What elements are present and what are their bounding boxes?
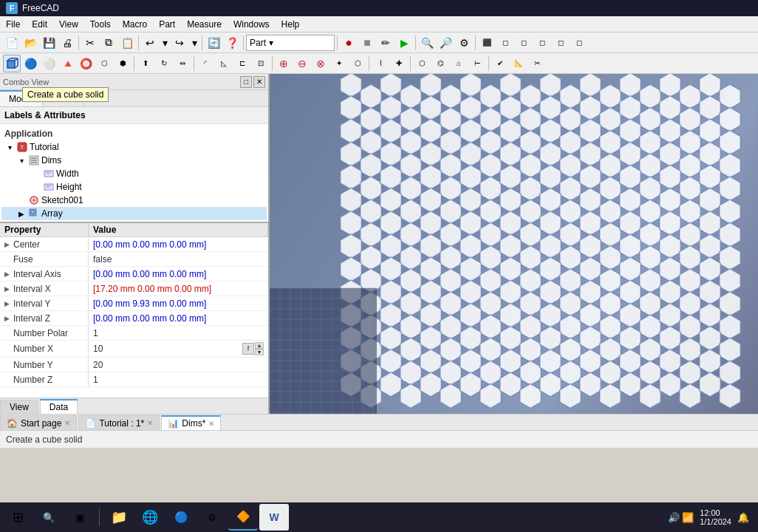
word-taskbar[interactable]: W (259, 504, 289, 531)
start-button[interactable]: ⊞ (3, 504, 33, 531)
zoom-out[interactable]: 🔎 (437, 34, 454, 52)
view-front[interactable]: ◻ (496, 34, 514, 52)
prop-row-fuse[interactable]: Fuse false (0, 252, 268, 267)
copy-button[interactable]: ⧉ (100, 34, 117, 52)
prop-value-interval-axis[interactable]: [0.00 mm 0.00 mm 0.00 mm] (89, 267, 268, 281)
macro-run[interactable]: ▶ (395, 34, 413, 52)
task-view-button[interactable]: ▣ (65, 504, 95, 531)
right-panel[interactable] (270, 74, 758, 414)
settings-button[interactable]: ⚙ (197, 504, 227, 531)
chrome-button[interactable]: 🔵 (166, 504, 196, 531)
tree-item-sketch001[interactable]: Sketch001 (1, 194, 267, 207)
menu-edit[interactable]: Edit (26, 16, 53, 32)
tab-dims-close[interactable]: ✕ (208, 420, 214, 428)
prism-button[interactable]: ⬢ (114, 55, 132, 72)
prop-value-number-z[interactable]: 1 (89, 372, 268, 386)
print-button[interactable]: 🖨 (58, 34, 76, 52)
menu-help[interactable]: Help (276, 16, 306, 32)
macro-edit[interactable]: ✏ (377, 34, 395, 52)
workbench-dropdown[interactable]: Part ▾ (246, 35, 335, 51)
save-button[interactable]: 💾 (40, 34, 58, 52)
offset-button[interactable]: ⊏ (233, 55, 251, 72)
undo-button[interactable]: ↩ (141, 34, 159, 52)
chamfer-button[interactable]: ◺ (215, 55, 233, 72)
fillet-button[interactable]: ◜ (197, 55, 214, 72)
boolean-cut[interactable]: ⊖ (293, 55, 311, 72)
check-geom[interactable]: ✔ (491, 55, 509, 72)
view-top[interactable]: ◻ (515, 34, 533, 52)
tree-item-height[interactable]: Height (1, 180, 267, 194)
prop-value-interval-y[interactable]: [0.00 mm 9.93 mm 0.00 mm] (89, 296, 268, 310)
prop-value-number-polar[interactable]: 1 (89, 326, 268, 340)
section-button[interactable]: ⌇ (372, 55, 389, 72)
tab-tutorial-close[interactable]: ✕ (147, 419, 153, 427)
prop-value-number-y[interactable]: 20 (89, 358, 268, 372)
prop-row-interval-axis[interactable]: ▶ Interval Axis [0.00 mm 0.00 mm 0.00 mm… (0, 267, 268, 282)
arrow-interval-axis[interactable]: ▶ (4, 270, 10, 278)
cone-button[interactable]: 🔺 (58, 55, 76, 72)
redo-button[interactable]: ↪ (171, 34, 188, 52)
tree-item-width[interactable]: Width (1, 167, 267, 180)
mirror-button[interactable]: ⇔ (174, 55, 191, 72)
sphere-button[interactable]: ⚪ (40, 55, 58, 72)
view-isometric[interactable]: ◻ (570, 34, 588, 52)
panel-restore-button[interactable]: □ (240, 76, 252, 88)
prop-row-number-y[interactable]: Number Y 20 (0, 358, 268, 372)
defeaturing[interactable]: ✂ (528, 55, 546, 72)
refresh-button[interactable]: 🔄 (205, 34, 222, 52)
revolve-button[interactable]: ↻ (155, 55, 173, 72)
join-connect[interactable]: ⌬ (431, 55, 449, 72)
arrow-interval-x[interactable]: ▶ (4, 285, 10, 293)
menu-macro[interactable]: Macro (117, 16, 153, 32)
spin-down[interactable]: ▼ (255, 349, 264, 355)
measure-linear[interactable]: 📐 (510, 55, 527, 72)
cube-button[interactable] (3, 55, 21, 72)
prop-tab-view[interactable]: View (0, 400, 38, 414)
formula-button[interactable]: f (242, 343, 254, 355)
prop-row-interval-x[interactable]: ▶ Interval X [17.20 mm 0.00 mm 0.00 mm] (0, 282, 268, 296)
tree-item-tutorial[interactable]: ▾ T Tutorial (1, 140, 267, 154)
file-explorer-button[interactable]: 📁 (104, 504, 134, 531)
undo-dropdown[interactable]: ▾ (160, 34, 170, 52)
compound-button[interactable]: ⬡ (349, 55, 366, 72)
extrude-button[interactable]: ⬆ (137, 55, 154, 72)
tree-item-dims[interactable]: ▾ Dims (1, 154, 267, 167)
tree-item-array[interactable]: ▶ Array (1, 207, 267, 220)
search-button[interactable]: 🔍 (34, 504, 64, 531)
view-perspective[interactable]: ◻ (552, 34, 570, 52)
tab-start-close[interactable]: ✕ (64, 419, 70, 427)
tab-model[interactable]: Model (0, 90, 43, 106)
boolean-ops[interactable]: ⬡ (413, 55, 431, 72)
thickness-button[interactable]: ⊡ (252, 55, 270, 72)
menu-view[interactable]: View (53, 16, 84, 32)
new-button[interactable]: 📄 (3, 34, 21, 52)
redo-dropdown[interactable]: ▾ (189, 34, 199, 52)
freecad-taskbar[interactable]: 🔶 (228, 504, 258, 531)
prop-value-interval-z[interactable]: [0.00 mm 0.00 mm 0.00 mm] (89, 311, 268, 325)
arrow-center[interactable]: ▶ (4, 241, 10, 248)
menu-file[interactable]: File (0, 16, 26, 32)
prop-tab-data[interactable]: Data (40, 399, 78, 414)
prop-row-interval-y[interactable]: ▶ Interval Y [0.00 mm 9.93 mm 0.00 mm] (0, 296, 268, 311)
open-button[interactable]: 📂 (21, 34, 39, 52)
prop-value-fuse[interactable]: false (89, 252, 268, 266)
menu-part[interactable]: Part (153, 16, 181, 32)
torus-button[interactable]: ⭕ (77, 55, 95, 72)
join-cut[interactable]: ⊢ (468, 55, 486, 72)
prop-value-interval-x[interactable]: [17.20 mm 0.00 mm 0.00 mm] (89, 282, 268, 296)
prop-row-number-x[interactable]: Number X 10 f ▲ ▼ (0, 341, 268, 358)
expand-array[interactable]: ▶ (16, 208, 27, 219)
menu-windows[interactable]: Windows (228, 16, 276, 32)
view-right[interactable]: ◻ (533, 34, 551, 52)
boolean-union[interactable]: ⊕ (275, 55, 293, 72)
tab-tutorial[interactable]: 📄 Tutorial : 1* ✕ (78, 415, 160, 430)
view-home[interactable]: ⬛ (478, 34, 496, 52)
expand-dims[interactable]: ▾ (16, 155, 27, 166)
menu-measure[interactable]: Measure (181, 16, 228, 32)
prop-row-center[interactable]: ▶ Center [0.00 mm 0.00 mm 0.00 mm] (0, 237, 268, 252)
tree-view[interactable]: Application ▾ T Tutorial ▾ (0, 124, 268, 222)
edge-button[interactable]: 🌐 (135, 504, 165, 531)
arrow-interval-z[interactable]: ▶ (4, 315, 10, 322)
tab-dims[interactable]: 📊 Dims* ✕ (161, 415, 221, 430)
menu-tools[interactable]: Tools (84, 16, 117, 32)
